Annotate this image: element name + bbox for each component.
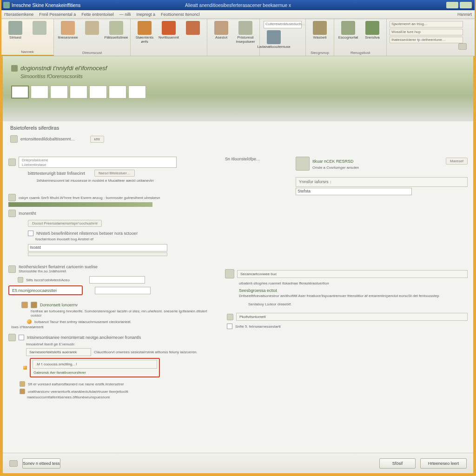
highlighted-button[interactable]: E5.nsonijpreoocaøssttei — [8, 285, 83, 295]
menu-item[interactable]: Fette entrentoisel — [81, 12, 114, 17]
ribbon-group[interactable]: Wásbeti Siecgrsnop — [306, 19, 334, 56]
thumbnail[interactable] — [109, 86, 126, 99]
section-title: Bsietoferels siferdiras — [10, 125, 473, 131]
thumbnail[interactable] — [50, 86, 68, 99]
preview-icon — [296, 157, 310, 171]
gear2-icon — [31, 302, 37, 308]
marker-icon — [23, 366, 27, 370]
check-line: Sfi er voresed eafserstfasnerd roe rasne… — [28, 382, 124, 386]
ok-button[interactable]: Sfösif — [379, 458, 416, 469]
slider-track[interactable] — [28, 252, 167, 256]
ribbon-icon[interactable] — [183, 21, 203, 36]
tab-pill[interactable]: flaesd Blistestuer… — [94, 170, 135, 177]
item-icon — [8, 265, 16, 273]
ribbon-group[interactable]: Slrisesl Nannek — [1, 19, 54, 56]
text-input[interactable]: Isoast — [28, 244, 167, 251]
doc-icon — [10, 135, 18, 143]
text-line: entonsitteedildobalttissennt… — [20, 137, 75, 141]
ribbon-icon[interactable]: Ladanattoouternuse — [264, 30, 284, 49]
menu-item[interactable]: Inepregt a — [136, 12, 155, 17]
ribbon-group[interactable]: Cuiterewenktuseduch… Ladanattoouternuse — [260, 19, 306, 56]
footer-left-button[interactable]: Sonev n etteed tess — [22, 458, 60, 469]
right-input[interactable]: Stefsta — [296, 188, 412, 195]
fruit-icon — [138, 21, 152, 35]
thumbnail[interactable] — [70, 86, 87, 99]
panel-label[interactable]: Doosd Preersstamensrrisprr'oochushrnl — [28, 220, 102, 227]
field-input[interactable] — [89, 276, 145, 284]
ribbon-icon[interactable]: Slrisesl — [5, 21, 26, 40]
mid-label: Sn Itloonstelöfpe… — [225, 157, 284, 161]
option-text: Galesnsk Aer fanátboenorsferer — [33, 370, 157, 376]
preview-icon — [225, 269, 234, 278]
box-icon — [20, 389, 25, 394]
item-icon — [8, 159, 16, 166]
option-box[interactable]: Secancartcovwee buc — [237, 270, 468, 278]
food-icon — [162, 21, 176, 35]
option-field[interactable]: Sarneseertektsletts aoerarek — [26, 348, 91, 356]
form-body: entonsitteedildobalttissennt… kfitt Drie… — [3, 133, 473, 453]
ribbon-icon[interactable]: Wásbeti — [310, 21, 330, 40]
cancel-button[interactable]: Hrteeneseo leert — [420, 458, 467, 469]
check-line: orattharstonv veeramtorfk.etanäbedcAdari… — [28, 390, 128, 394]
ribbon-group[interactable]: Itnesesneee Flätsseitstinee Direonscust — [54, 19, 131, 56]
checkbox[interactable] — [28, 231, 33, 236]
checkbox[interactable] — [227, 324, 232, 329]
ribbon-icon[interactable]: Srerstiva — [362, 21, 383, 40]
item-icon — [8, 194, 16, 201]
ribbon-icon[interactable] — [29, 21, 50, 36]
content-area: dogionstndi t'nniyfdi el'ifornocesf Simo… — [3, 56, 473, 473]
right-subtext: Onste a Cvsrtumger ansden — [312, 165, 468, 170]
field-label: Silts Isccst'cebilvterd/Aceo — [26, 278, 86, 282]
footer-icon — [9, 460, 18, 467]
link-text[interactable]: Sentaboy Lsdeor dnieebtf. — [248, 302, 468, 306]
menu-item[interactable]: Feottionenst Itenoncl — [161, 12, 200, 17]
highlighted-option[interactable]: .Mｔcooooss.smctilng…! Galesnsk Aer fanát… — [30, 358, 160, 377]
thumbnail[interactable] — [89, 86, 107, 99]
menu-item[interactable]: Fnnil Pessenental a — [39, 12, 76, 17]
ribbon-group[interactable]: Escognortat Srerstiva Renogstiost — [334, 19, 387, 56]
option-box[interactable]: Pkofivitsntomett — [236, 313, 468, 321]
menubar: I'tterastiemkene Fnnil Pessenental a Fet… — [1, 10, 475, 19]
menu-item[interactable]: — nilli — [119, 12, 131, 17]
field-input[interactable] — [95, 287, 151, 294]
minimize-button[interactable] — [446, 2, 458, 8]
option-button[interactable]: .Mｔcooooss.smctilng…! — [33, 360, 157, 369]
ribbon-icon[interactable]: Aseslot — [211, 21, 231, 40]
export-icon — [341, 21, 355, 35]
ribbon-icon[interactable]: Pristoresil Insepolseer — [235, 21, 256, 44]
panel-line[interactable]: Sjaotenenrt an triog… — [390, 21, 463, 27]
pill-button[interactable]: kfitt — [90, 136, 104, 143]
ribbon-icon[interactable]: Nvrttissennit — [159, 21, 179, 40]
maximize-button[interactable] — [460, 2, 472, 8]
description-text: 1kfskennesoonnt lat muosesse in noskint … — [36, 178, 213, 183]
ribbon-group[interactable]: Aseslot Pristoresil Insepolseer — [207, 19, 260, 56]
thumbnail[interactable] — [31, 86, 48, 99]
footer-label: Isws d'feanatøreerti — [11, 325, 213, 329]
right-button[interactable]: Maresef — [446, 158, 468, 165]
check-sublabel: fosctarntoon inooselt bog Anstrel ef — [35, 237, 468, 241]
gear-icon — [21, 302, 28, 308]
panel-line[interactable]: WossEie ture hop — [390, 29, 463, 35]
thumbnail[interactable] — [11, 86, 29, 99]
check-subline: naeesoccornttafemtsenees.öflliunéwrunspu… — [27, 395, 213, 399]
ribbon-icon[interactable] — [82, 21, 102, 36]
ribbon-icon[interactable]: Itnesesneee — [58, 21, 78, 40]
progress-bar — [8, 202, 152, 207]
ribbon-icon[interactable]: Escognortat — [338, 21, 358, 40]
thumbnail[interactable] — [128, 86, 146, 99]
description-input[interactable]: Drieprstaidoene Lôebentirstase — [19, 157, 177, 168]
item-icon — [8, 210, 16, 217]
title-center: Alieatt anenditioesibesferterasacener be… — [185, 3, 291, 8]
menu-item[interactable]: I'tterastiemkene — [4, 12, 33, 17]
box-icon — [20, 381, 25, 387]
checkbox[interactable] — [19, 335, 24, 340]
ribbon-search-input[interactable]: Cuiterewenktuseduch… — [264, 21, 302, 28]
sub-label: bitttrtesteruriglt bästr fnfisecinrt — [28, 171, 85, 176]
ribbon-group[interactable]: Støentents ønfs Nvrttissennit — [131, 19, 207, 56]
menu-right[interactable]: Hsnnsrt — [457, 12, 472, 17]
right-title: Itkuar nCEK RESRSD — [312, 159, 354, 164]
ribbon-icon[interactable]: Støentents ønfs — [134, 21, 155, 44]
panel-line[interactable]: Ihatessedderer tp detheentone… — [390, 37, 463, 43]
ribbon-icon[interactable]: Flätsseitstinee — [106, 21, 126, 40]
settings-icon — [365, 21, 379, 35]
